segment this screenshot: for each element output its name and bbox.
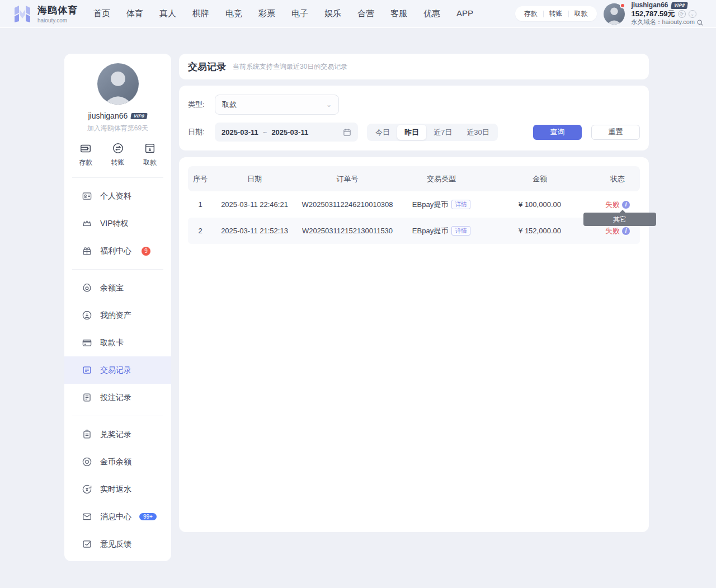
vip-badge: VIP8	[130, 113, 148, 119]
crown-icon	[82, 218, 92, 229]
sidebar-item-bet-records[interactable]: 投注记录	[64, 384, 171, 411]
nav-chess[interactable]: 棋牌	[192, 8, 209, 19]
nav-esports[interactable]: 电竞	[225, 8, 242, 19]
my-assets-icon	[82, 310, 92, 321]
sidebar-item-prize-records[interactable]: 兑奖记录	[64, 421, 171, 448]
query-button[interactable]: 查询	[533, 125, 582, 140]
nav-home[interactable]: 首页	[93, 8, 110, 19]
message-badge: 99+	[139, 513, 157, 520]
cell-type: EBpay提币	[412, 226, 448, 236]
sidebar-item-message-center[interactable]: 消息中心 99+	[64, 503, 171, 530]
withdraw-button[interactable]: 取款	[569, 9, 593, 18]
status-failed: 失败	[605, 226, 620, 236]
header-quick-actions: 存款 转账 取款	[515, 6, 597, 21]
brand-logo-icon	[12, 4, 32, 23]
range-yesterday[interactable]: 昨日	[397, 125, 426, 140]
sidebar-item-transaction-records[interactable]: 交易记录	[64, 356, 171, 384]
sidebar-item-label: 金币余额	[100, 457, 131, 467]
feedback-icon	[82, 539, 92, 549]
sidebar-item-vip[interactable]: VIP特权	[64, 210, 171, 237]
records-table-card: 序号 日期 订单号 交易类型 金额 状态 1 2025-03-11 22:46:…	[179, 157, 649, 532]
search-icon[interactable]	[696, 19, 704, 26]
nav-lottery[interactable]: 彩票	[258, 8, 275, 19]
vip-badge: VIP8	[671, 2, 688, 9]
sidebar-transfer-button[interactable]: 转账	[111, 142, 125, 167]
nav-live[interactable]: 真人	[159, 8, 176, 19]
withdraw-icon	[144, 142, 156, 154]
rebate-icon	[82, 484, 92, 495]
sidebar-item-label: 交易记录	[100, 365, 131, 375]
user-avatar-wrap[interactable]	[604, 3, 625, 25]
nav-entertainment[interactable]: 娱乐	[324, 8, 341, 19]
date-range-picker[interactable]: 2025-03-11 ~ 2025-03-11	[215, 123, 358, 142]
brand-domain: haiouty.com	[37, 17, 78, 23]
sidebar-item-label: 实时返水	[100, 484, 131, 495]
bet-record-icon	[82, 392, 92, 403]
detail-tag[interactable]: 详情	[451, 226, 470, 236]
sidebar-item-profile[interactable]: 个人资料	[64, 182, 171, 210]
filter-card: 类型: 取款 ⌄ 日期: 2025-03-11 ~ 2025-03-11 今日 …	[179, 86, 649, 150]
info-icon[interactable]: i	[622, 201, 630, 209]
nav-promo[interactable]: 优惠	[423, 8, 440, 19]
type-filter-label: 类型:	[188, 100, 207, 110]
cell-no: 2	[188, 227, 213, 235]
sidebar-item-label: 福利中心	[100, 246, 131, 256]
wallet-icon	[79, 142, 92, 154]
quick-range-group: 今日 昨日 近7日 近30日	[367, 124, 498, 141]
sidebar-withdraw-button[interactable]: 取款	[143, 142, 157, 167]
nav-affiliate[interactable]: 合营	[357, 8, 374, 19]
notification-dot	[620, 3, 625, 8]
sidebar-item-label: 消息中心	[100, 512, 131, 522]
nav-app[interactable]: APP	[456, 8, 473, 19]
sidebar-username: jiushigan66	[88, 111, 128, 120]
cell-order: W202503112246210010308	[296, 200, 398, 209]
cell-amount: ¥ 100,000.00	[484, 200, 595, 209]
deposit-button[interactable]: 存款	[519, 9, 543, 18]
transfer-button[interactable]: 转账	[544, 9, 568, 18]
table-row: 1 2025-03-11 22:46:21 W20250311224621001…	[188, 191, 640, 218]
sidebar-item-gold-balance[interactable]: 金币余额	[64, 448, 171, 476]
nav-service[interactable]: 客服	[390, 8, 407, 19]
welfare-badge: 9	[142, 247, 150, 256]
sidebar-item-label: 意见反馈	[100, 539, 131, 549]
sidebar-item-welfare[interactable]: 福利中心 9	[64, 237, 171, 265]
transaction-record-icon	[82, 365, 92, 375]
sidebar-item-yuebao[interactable]: 余额宝	[64, 274, 171, 302]
sidebar: jiushigan66 VIP8 加入海鸥体育第69天 存款 转账 取款 个人资…	[64, 54, 171, 561]
reset-button[interactable]: 重置	[591, 125, 640, 140]
cell-date: 2025-03-11 22:46:21	[213, 200, 296, 209]
sidebar-item-feedback[interactable]: 意见反馈	[64, 530, 171, 558]
transfer-icon	[112, 142, 124, 154]
sidebar-deposit-button[interactable]: 存款	[79, 142, 92, 167]
avatar[interactable]	[97, 63, 139, 105]
main-content: 交易记录 当前系统支持查询最近30日的交易记录 类型: 取款 ⌄ 日期: 202…	[179, 54, 649, 532]
col-header-status: 状态	[595, 174, 640, 184]
calendar-icon	[343, 128, 351, 137]
gift-icon	[82, 246, 92, 256]
range-30days[interactable]: 近30日	[459, 125, 496, 140]
divider	[72, 177, 163, 178]
type-select[interactable]: 取款 ⌄	[215, 95, 339, 115]
detail-tag[interactable]: 详情	[451, 200, 470, 209]
balance-amount: 152,787.59元	[632, 10, 675, 18]
chevron-down-circle-icon[interactable]: ⌄	[689, 10, 696, 18]
info-icon[interactable]: i	[622, 227, 630, 235]
sidebar-item-label: VIP特权	[100, 219, 129, 229]
cell-type: EBpay提币	[412, 200, 448, 210]
sidebar-item-my-assets[interactable]: 我的资产	[64, 302, 171, 329]
range-today[interactable]: 今日	[368, 125, 397, 140]
sidebar-item-rebate[interactable]: 实时返水	[64, 476, 171, 503]
range-7days[interactable]: 近7日	[426, 125, 459, 140]
sidebar-item-withdraw-card[interactable]: 取款卡	[64, 329, 171, 356]
nav-sports[interactable]: 体育	[126, 8, 143, 19]
col-header-date: 日期	[213, 174, 296, 184]
chevron-down-icon: ⌄	[326, 101, 332, 109]
table-header-row: 序号 日期 订单号 交易类型 金额 状态	[188, 166, 640, 191]
brand-logo[interactable]: 海鸥体育 haiouty.com	[12, 4, 78, 23]
cell-order: W202503112152130011530	[296, 227, 398, 235]
cell-no: 1	[188, 200, 213, 209]
col-header-type: 交易类型	[398, 174, 484, 184]
nav-slots[interactable]: 电子	[291, 8, 308, 19]
message-icon	[82, 511, 92, 522]
refresh-icon[interactable]: ⟳	[678, 10, 686, 18]
